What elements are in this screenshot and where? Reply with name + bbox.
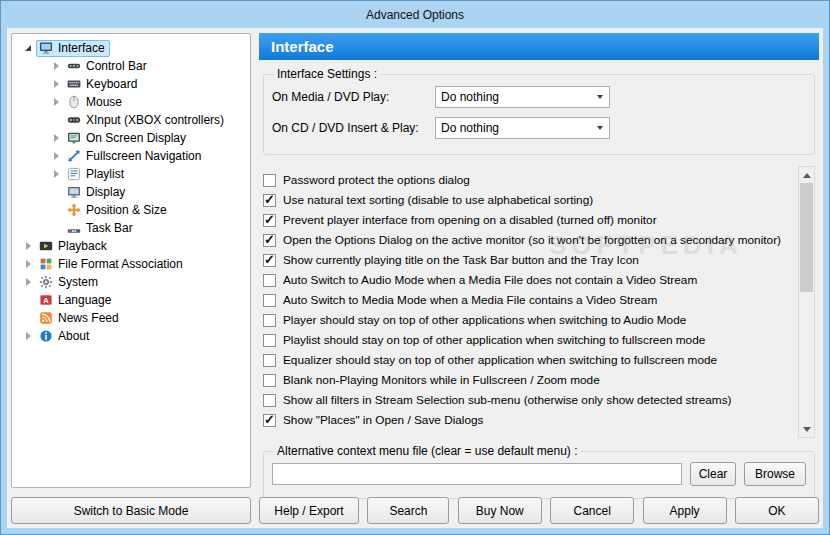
checkbox-unchecked-icon[interactable] bbox=[263, 274, 276, 287]
tree-collapsed-arrow-icon[interactable] bbox=[22, 330, 34, 342]
cancel-button[interactable]: Cancel bbox=[550, 497, 634, 524]
option-equalizer-should-stay-on-top-of[interactable]: Equalizer should stay on top of other ap… bbox=[263, 350, 794, 370]
tree-node[interactable]: Interface bbox=[36, 40, 110, 57]
tree-item-on-screen-display[interactable]: On Screen Display bbox=[12, 129, 250, 147]
tree-node[interactable]: Keyboard bbox=[64, 76, 142, 93]
tree-item-language[interactable]: ALanguage bbox=[12, 291, 250, 309]
dialog-body: InterfaceControl BarKeyboardMouseXInput … bbox=[7, 28, 823, 528]
option-label: Auto Switch to Audio Mode when a Media F… bbox=[283, 273, 697, 287]
option-label: Show all filters in Stream Selection sub… bbox=[283, 393, 731, 407]
option-prevent-player-interface-from-opening-on[interactable]: Prevent player interface from opening on… bbox=[263, 210, 794, 230]
tree-item-position-size[interactable]: Position & Size bbox=[12, 201, 250, 219]
tree-node[interactable]: ALanguage bbox=[36, 292, 116, 309]
tree-node[interactable]: About bbox=[36, 328, 94, 345]
on-cd-dvd-insert-play-select[interactable]: Do nothing bbox=[435, 117, 610, 139]
tree-item-playlist[interactable]: Playlist bbox=[12, 165, 250, 183]
titlebar[interactable]: Advanced Options bbox=[1, 1, 829, 28]
checkbox-checked-icon[interactable] bbox=[263, 234, 276, 247]
option-auto-switch-to-media-mode-when[interactable]: Auto Switch to Media Mode when a Media F… bbox=[263, 290, 794, 310]
checkbox-unchecked-icon[interactable] bbox=[263, 394, 276, 407]
tree-collapsed-arrow-icon[interactable] bbox=[22, 258, 34, 270]
tree-collapsed-arrow-icon[interactable] bbox=[50, 96, 62, 108]
tree-collapsed-arrow-icon[interactable] bbox=[22, 240, 34, 252]
tree-node[interactable]: Playback bbox=[36, 238, 112, 255]
option-playlist-should-stay-on-top-of[interactable]: Playlist should stay on top of other app… bbox=[263, 330, 794, 350]
option-open-the-options-dialog-on-the[interactable]: Open the Options Dialog on the active mo… bbox=[263, 230, 794, 250]
tree-node[interactable]: On Screen Display bbox=[64, 130, 191, 147]
tree-item-control-bar[interactable]: Control Bar bbox=[12, 57, 250, 75]
context-menu-file-input[interactable] bbox=[272, 463, 682, 485]
scroll-down-button[interactable] bbox=[799, 421, 814, 437]
tree-item-label: Display bbox=[86, 185, 125, 199]
tree-item-label: Fullscreen Navigation bbox=[86, 149, 201, 163]
tree-collapsed-arrow-icon[interactable] bbox=[50, 168, 62, 180]
option-show-places-in-open-save-dialogs[interactable]: Show "Places" in Open / Save Dialogs bbox=[263, 410, 794, 430]
tree-node[interactable]: News Feed bbox=[36, 310, 124, 327]
checkbox-unchecked-icon[interactable] bbox=[263, 334, 276, 347]
option-show-all-filters-in-stream-selection[interactable]: Show all filters in Stream Selection sub… bbox=[263, 390, 794, 410]
option-use-natural-text-sorting-disable-to[interactable]: Use natural text sorting (disable to use… bbox=[263, 190, 794, 210]
option-blank-non-playing-monitors-while-in[interactable]: Blank non-Playing Monitors while in Full… bbox=[263, 370, 794, 390]
option-label: Prevent player interface from opening on… bbox=[283, 213, 657, 227]
apply-button[interactable]: Apply bbox=[643, 497, 727, 524]
window-title: Advanced Options bbox=[366, 8, 464, 22]
tree-item-fullscreen-navigation[interactable]: Fullscreen Navigation bbox=[12, 147, 250, 165]
tree-collapsed-arrow-icon[interactable] bbox=[50, 150, 62, 162]
option-show-currently-playing-title-on-the[interactable]: Show currently playing title on the Task… bbox=[263, 250, 794, 270]
clear-button[interactable]: Clear bbox=[690, 462, 736, 486]
help-export-button[interactable]: Help / Export bbox=[259, 497, 359, 524]
tree-collapsed-arrow-icon[interactable] bbox=[50, 60, 62, 72]
tree-indent-spacer bbox=[50, 222, 62, 234]
tree-node[interactable]: System bbox=[36, 274, 103, 291]
tree-item-task-bar[interactable]: Task Bar bbox=[12, 219, 250, 237]
tree-collapsed-arrow-icon[interactable] bbox=[50, 132, 62, 144]
tree-node[interactable]: Task Bar bbox=[64, 220, 138, 237]
tree-node[interactable]: Position & Size bbox=[64, 202, 172, 219]
tree-node[interactable]: XInput (XBOX controllers) bbox=[64, 112, 229, 129]
tree-collapsed-arrow-icon[interactable] bbox=[22, 276, 34, 288]
tree-node[interactable]: Control Bar bbox=[64, 58, 152, 75]
checkbox-unchecked-icon[interactable] bbox=[263, 354, 276, 367]
option-auto-switch-to-audio-mode-when[interactable]: Auto Switch to Audio Mode when a Media F… bbox=[263, 270, 794, 290]
checkbox-checked-icon[interactable] bbox=[263, 414, 276, 427]
tree-item-display[interactable]: Display bbox=[12, 183, 250, 201]
tree-item-playback[interactable]: Playback bbox=[12, 237, 250, 255]
option-label: Password protect the options dialog bbox=[283, 173, 470, 187]
browse-button[interactable]: Browse bbox=[744, 462, 806, 486]
option-player-should-stay-on-top-of[interactable]: Player should stay on top of other appli… bbox=[263, 310, 794, 330]
tree-item-mouse[interactable]: Mouse bbox=[12, 93, 250, 111]
checkbox-checked-icon[interactable] bbox=[263, 214, 276, 227]
tree-node[interactable]: Fullscreen Navigation bbox=[64, 148, 206, 165]
option-password-protect-the-options-dialog[interactable]: Password protect the options dialog bbox=[263, 170, 794, 190]
checkbox-checked-icon[interactable] bbox=[263, 194, 276, 207]
scroll-track[interactable] bbox=[799, 183, 814, 421]
tree-item-system[interactable]: System bbox=[12, 273, 250, 291]
option-label: Show currently playing title on the Task… bbox=[283, 253, 639, 267]
scroll-up-button[interactable] bbox=[799, 167, 814, 183]
tree-item-xinput-xbox-controllers[interactable]: XInput (XBOX controllers) bbox=[12, 111, 250, 129]
keyboard-icon bbox=[67, 77, 82, 91]
tree-node[interactable]: Playlist bbox=[64, 166, 129, 183]
checkbox-unchecked-icon[interactable] bbox=[263, 294, 276, 307]
tree-item-about[interactable]: About bbox=[12, 327, 250, 345]
tree-node[interactable]: Display bbox=[64, 184, 130, 201]
checkbox-unchecked-icon[interactable] bbox=[263, 374, 276, 387]
checkbox-checked-icon[interactable] bbox=[263, 254, 276, 267]
tree-node[interactable]: File Format Association bbox=[36, 256, 188, 273]
buy-now-button[interactable]: Buy Now bbox=[458, 497, 542, 524]
search-button[interactable]: Search bbox=[367, 497, 449, 524]
scroll-thumb[interactable] bbox=[800, 183, 813, 292]
on-media-dvd-play-select[interactable]: Do nothing bbox=[435, 86, 610, 108]
tree-item-news-feed[interactable]: News Feed bbox=[12, 309, 250, 327]
tree-item-file-format-association[interactable]: File Format Association bbox=[12, 255, 250, 273]
options-scrollbar[interactable] bbox=[798, 166, 815, 438]
tree-expanded-arrow-icon[interactable] bbox=[22, 42, 34, 54]
tree-item-interface[interactable]: Interface bbox=[12, 39, 250, 57]
switch-to-basic-mode-button[interactable]: Switch to Basic Mode bbox=[11, 497, 251, 524]
checkbox-unchecked-icon[interactable] bbox=[263, 174, 276, 187]
tree-collapsed-arrow-icon[interactable] bbox=[50, 78, 62, 90]
tree-node[interactable]: Mouse bbox=[64, 94, 127, 111]
tree-item-keyboard[interactable]: Keyboard bbox=[12, 75, 250, 93]
checkbox-unchecked-icon[interactable] bbox=[263, 314, 276, 327]
ok-button[interactable]: OK bbox=[735, 497, 819, 524]
